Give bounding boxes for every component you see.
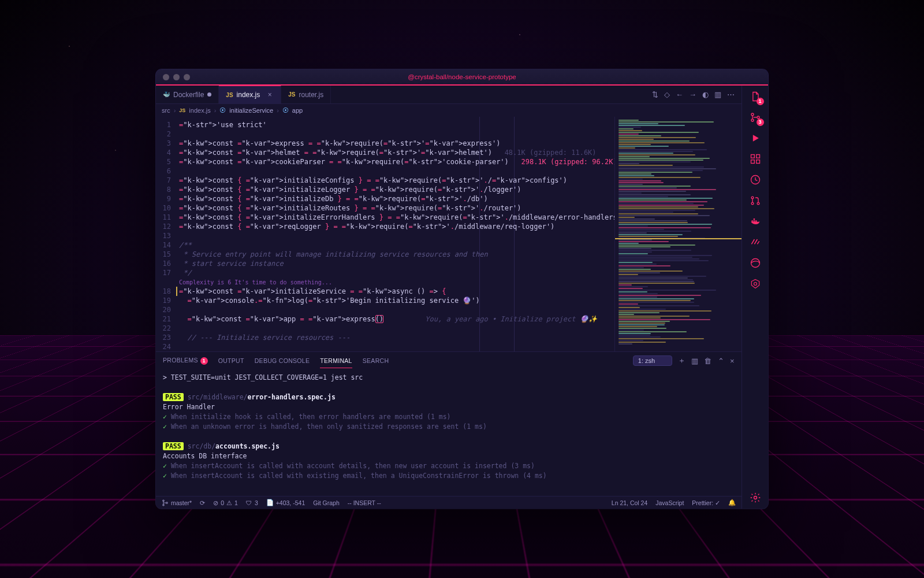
tab-label: index.js (237, 91, 260, 99)
pull-request-icon[interactable] (748, 193, 763, 208)
svg-rect-17 (753, 218, 755, 220)
docker-icon: 🐳 (163, 91, 170, 98)
tab-index-js[interactable]: JS index.js × (219, 85, 281, 103)
window-title: @crystal-ball/node-service-prototype (156, 73, 768, 80)
compare-icon[interactable]: ⇅ (652, 90, 658, 99)
status-diff[interactable]: 📄 +403, -541 (266, 499, 305, 506)
close-panel-icon[interactable]: × (730, 357, 735, 365)
trash-icon[interactable]: 🗑 (704, 357, 711, 365)
settings-icon[interactable] (748, 490, 763, 505)
problems-badge: 1 (200, 357, 208, 365)
tab-router-js[interactable]: JS router.js (281, 86, 331, 103)
svg-rect-6 (751, 155, 754, 158)
nav-fwd-icon[interactable]: → (689, 90, 696, 99)
edge-icon[interactable] (748, 255, 763, 271)
crumb-file[interactable]: index.js (189, 107, 210, 114)
badge: 3 (757, 118, 764, 126)
chevron-up-icon[interactable]: ⌃ (718, 357, 724, 365)
svg-rect-16 (755, 220, 757, 222)
crumb-symbol[interactable]: app (292, 107, 303, 114)
split-icon[interactable]: ▥ (714, 90, 721, 99)
run-icon[interactable] (748, 131, 763, 146)
svg-rect-8 (751, 160, 754, 164)
dirty-dot-icon (207, 92, 211, 97)
badge: 1 (757, 98, 764, 105)
svg-point-12 (751, 202, 754, 205)
editor-actions: ⇅ ◇ ← → ◐ ▥ ⋯ (645, 86, 742, 103)
timeline-icon[interactable] (748, 172, 763, 187)
editor-window: @crystal-ball/node-service-prototype 🐳 D… (156, 69, 768, 509)
status-vim-mode: -- INSERT -- (348, 499, 381, 506)
symbol-icon: ⦿ (219, 107, 226, 114)
svg-point-20 (754, 497, 757, 499)
crumb-symbol[interactable]: initializeService (229, 107, 273, 114)
tab-problems[interactable]: PROBLEMS1 (163, 353, 208, 368)
status-errors[interactable]: ⊘ 0 ⚠ 1 (213, 499, 238, 506)
tab-terminal[interactable]: TERMINAL (320, 354, 352, 368)
status-gitgraph[interactable]: Git Graph (313, 499, 340, 506)
svg-point-19 (754, 283, 757, 286)
js-icon: JS (226, 92, 233, 98)
close-icon[interactable]: × (266, 91, 274, 99)
tab-search[interactable]: SEARCH (363, 354, 389, 368)
crumb-folder[interactable]: src (162, 107, 170, 114)
statusbar: master* ⟳ ⊘ 0 ⚠ 1 🛡 3 📄 +403, -541 Git G… (156, 496, 742, 509)
explorer-icon[interactable]: 1 (748, 89, 763, 104)
svg-point-4 (751, 119, 754, 121)
svg-rect-7 (756, 155, 759, 158)
status-sync[interactable]: ⟳ (200, 499, 205, 506)
titlebar: @crystal-ball/node-service-prototype (156, 69, 768, 86)
terminal-output[interactable]: > TEST_SUITE=unit JEST_COLLECT_COVERAGE=… (156, 369, 742, 496)
svg-point-3 (751, 113, 754, 116)
more-icon[interactable]: ⋯ (727, 90, 735, 99)
svg-rect-9 (756, 160, 759, 164)
svg-point-1 (163, 504, 164, 505)
minimap[interactable] (614, 117, 742, 351)
symbol-icon: ⦿ (282, 107, 289, 114)
svg-point-0 (163, 500, 164, 501)
js-icon: JS (179, 108, 185, 113)
tab-debug-console[interactable]: DEBUG CONSOLE (255, 354, 310, 368)
status-bell-icon[interactable]: 🔔 (728, 499, 736, 506)
breadcrumb[interactable]: src› JSindex.js› ⦿initializeService› ⦿ap… (156, 104, 742, 117)
nav-back-icon[interactable]: ← (676, 90, 683, 99)
status-cursor[interactable]: Ln 21, Col 24 (612, 499, 647, 506)
docker-icon[interactable] (748, 214, 763, 229)
svg-point-13 (757, 202, 759, 205)
split-terminal-icon[interactable]: ▥ (691, 357, 698, 365)
tab-label: router.js (299, 91, 324, 99)
svg-point-2 (166, 502, 167, 503)
status-lint[interactable]: 🛡 3 (246, 499, 258, 506)
kubernetes-icon[interactable] (748, 276, 763, 291)
bottom-panel: PROBLEMS1 OUTPUT DEBUG CONSOLE TERMINAL … (156, 351, 742, 496)
tab-bar: 🐳 Dockerfile JS index.js × JS router.js … (156, 86, 742, 104)
scm-icon[interactable]: 3 (748, 110, 763, 125)
activity-bar: 1 3 (742, 86, 768, 509)
terminal-selector[interactable]: 1: zsh (633, 355, 672, 366)
svg-point-18 (751, 259, 759, 268)
extensions-icon[interactable] (748, 151, 763, 166)
preview-icon[interactable]: ◐ (702, 90, 709, 99)
svg-rect-14 (751, 220, 753, 222)
code-editor[interactable]: 1234567891011121314151617181920212223242… (156, 117, 614, 351)
editor-area[interactable]: 1234567891011121314151617181920212223242… (156, 117, 742, 351)
tab-label: Dockerfile (173, 91, 204, 99)
tab-dockerfile[interactable]: 🐳 Dockerfile (156, 86, 219, 103)
js-icon: JS (288, 91, 295, 98)
svg-point-11 (751, 197, 754, 199)
svg-rect-15 (753, 220, 755, 222)
remote-icon[interactable] (748, 235, 763, 250)
window-controls[interactable] (163, 74, 190, 80)
new-terminal-icon[interactable]: ＋ (678, 355, 685, 366)
status-prettier[interactable]: Prettier: ✓ (692, 499, 720, 506)
tab-output[interactable]: OUTPUT (218, 354, 244, 368)
diff-icon[interactable]: ◇ (664, 90, 670, 99)
status-language[interactable]: JavaScript (655, 499, 684, 506)
status-branch[interactable]: master* (162, 499, 192, 506)
